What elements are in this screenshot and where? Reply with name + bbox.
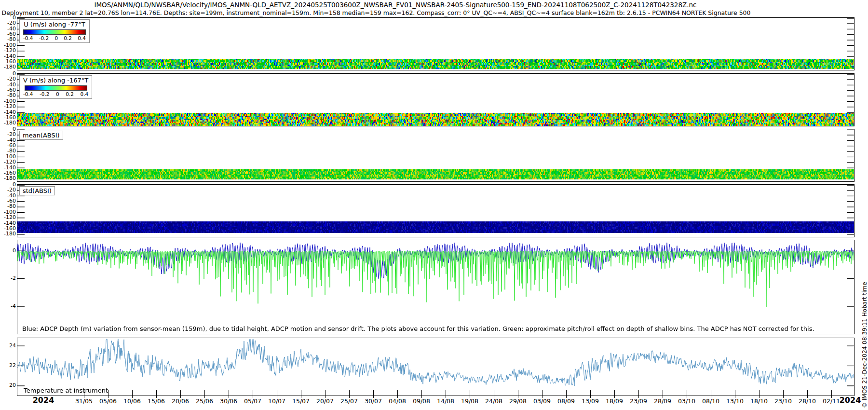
date-tick-label: 02/11	[816, 397, 847, 405]
date-tick-mark	[421, 396, 422, 398]
date-tick-mark	[518, 396, 518, 398]
v-legend-title: V (m/s) along -167°T	[23, 77, 88, 84]
date-tick-mark	[831, 396, 832, 398]
date-tick-mark	[156, 396, 157, 398]
y-tick-label: 0	[0, 248, 16, 254]
u-colorbar-legend: U (m/s) along -77°T -0.4-0.200.20.4	[19, 19, 90, 43]
jet-colorbar	[23, 29, 86, 35]
temperature-line-canvas	[17, 338, 854, 396]
date-tick-mark	[132, 396, 133, 398]
y-tick-label: -180	[0, 64, 16, 70]
date-tick-mark	[566, 396, 567, 398]
date-tick-mark	[590, 396, 591, 398]
panel-u-velocity: U (m/s) along -77°T -0.4-0.200.20.4	[17, 17, 854, 70]
date-tick-mark	[84, 396, 84, 398]
colorbar-tick-label: 0.2	[64, 35, 72, 41]
colorbar-tick-label: -0.4	[23, 35, 33, 41]
date-tick-mark	[663, 396, 663, 398]
y-tick-label: -4	[0, 303, 16, 309]
date-tick-mark	[180, 396, 181, 398]
depth-variation-annotation: Blue: ADCP Depth (m) variation from sens…	[22, 325, 814, 332]
panel-temperature: Temperature at instrument	[17, 338, 854, 396]
date-tick-mark	[397, 396, 398, 398]
mean-absi-heatmap-canvas	[17, 129, 854, 181]
u-velocity-heatmap-canvas	[17, 18, 854, 70]
date-tick-mark	[253, 396, 253, 398]
v-velocity-heatmap-canvas	[17, 74, 854, 126]
std-absi-label: std(ABSI)	[19, 186, 55, 195]
y-tick-label: -2	[0, 275, 16, 281]
date-tick-mark	[687, 396, 687, 398]
colorbar-tick-label: -0.4	[23, 91, 33, 97]
date-tick-mark	[735, 396, 735, 398]
date-tick-mark	[711, 396, 711, 398]
v-colorbar-tick-labels: -0.4-0.200.20.4	[23, 91, 88, 97]
v-colorbar-legend: V (m/s) along -167°T -0.4-0.200.20.4	[19, 75, 92, 99]
date-tick-mark	[494, 396, 494, 398]
panel-std-absi: std(ABSI)	[17, 184, 854, 237]
imos-copyright-watermark: © IMOS 21-Dec-2024 08:39:11 Hobart time	[861, 282, 868, 408]
date-tick-mark	[373, 396, 374, 398]
jet-colorbar	[25, 85, 87, 91]
y-tick-label: -180	[0, 176, 16, 181]
y-tick-label: -180	[0, 120, 16, 126]
date-tick-mark	[470, 396, 470, 398]
colorbar-tick-label: 0.4	[81, 91, 89, 97]
u-colorbar-tick-labels: -0.4-0.200.20.4	[23, 35, 86, 41]
colorbar-tick-label: 0	[56, 91, 59, 97]
depth-variation-line-canvas	[17, 240, 854, 334]
figure-title: IMOS/ANMN/QLD/NWSBAR/Velocity/IMOS_ANMN-…	[0, 1, 791, 9]
date-tick-mark	[325, 396, 326, 398]
y-tick-label: -180	[0, 231, 16, 237]
std-absi-heatmap-canvas	[17, 185, 854, 237]
mean-absi-label: mean(ABSI)	[19, 131, 63, 140]
date-tick-mark	[783, 396, 784, 398]
year-label-left: 2024	[33, 396, 54, 405]
temperature-label: Temperature at instrument	[24, 387, 108, 394]
colorbar-tick-label: -0.2	[39, 35, 49, 41]
panel-depth-variation: Blue: ADCP Depth (m) variation from sens…	[17, 240, 854, 334]
colorbar-tick-label: 0	[54, 35, 58, 41]
date-tick-mark	[204, 396, 205, 398]
date-tick-mark	[349, 396, 350, 398]
y-tick-label: 20	[0, 383, 16, 388]
date-tick-mark	[301, 396, 301, 398]
colorbar-tick-label: -0.2	[40, 91, 50, 97]
date-tick-mark	[614, 396, 615, 398]
colorbar-tick-label: 0.4	[78, 35, 86, 41]
date-tick-mark	[638, 396, 639, 398]
y-tick-label: 24	[0, 343, 16, 349]
date-tick-mark	[277, 396, 277, 398]
panel-mean-absi: mean(ABSI)	[17, 129, 854, 182]
date-tick-mark	[446, 396, 446, 398]
u-legend-title: U (m/s) along -77°T	[23, 21, 86, 28]
y-tick-label: 22	[0, 363, 16, 369]
colorbar-tick-label: 0.2	[66, 91, 74, 97]
figure-subtitle: Deployment 10, member 2 lat=20.76S lon=1…	[0, 9, 752, 16]
date-tick-mark	[542, 396, 542, 398]
date-tick-mark	[229, 396, 229, 398]
date-tick-mark	[759, 396, 760, 398]
figure-root: IMOS/ANMN/QLD/NWSBAR/Velocity/IMOS_ANMN-…	[0, 0, 868, 410]
date-tick-mark	[807, 396, 808, 398]
date-tick-mark	[108, 396, 108, 398]
panel-v-velocity: V (m/s) along -167°T -0.4-0.200.20.4	[17, 73, 854, 126]
